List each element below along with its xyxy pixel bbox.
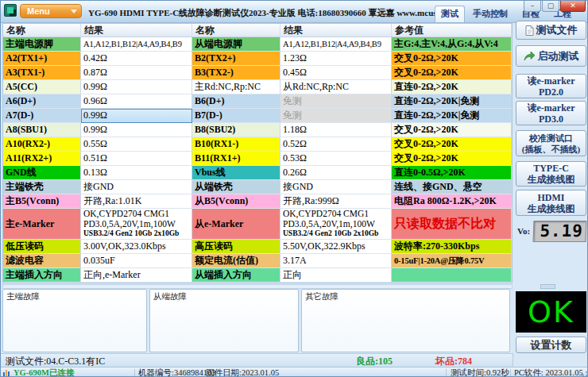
table-cell[interactable]: 从Rd:NC,Rp:NC	[280, 80, 392, 94]
table-cell[interactable]: 主B5(Vconn)	[3, 194, 81, 209]
table-cell[interactable]: 直连0-0.5Ω,>20K	[392, 166, 512, 180]
cell-line: OK,CYPD2704 CMG1	[83, 209, 191, 219]
table-cell[interactable]: 0-15uF|1-20A@压降0.75V	[392, 254, 512, 268]
scrollbar-thumb[interactable]	[540, 284, 555, 289]
table-cell[interactable]: 0.99Ω	[81, 123, 192, 137]
table-cell[interactable]: 0.42Ω	[81, 52, 192, 66]
minimize-button[interactable]: –	[524, 1, 541, 12]
table-cell[interactable]: 从端铁壳	[192, 180, 280, 194]
table-cell[interactable]: 免测	[280, 109, 392, 123]
table-cell[interactable]: 0.99Ω	[81, 80, 192, 94]
table-cell[interactable]: A1,A12,B1,B12|A4,A9,B4,B9	[81, 37, 192, 52]
table-cell[interactable]: 5.50V,OK,322.9Kbps	[280, 240, 392, 254]
table-cell[interactable]: B11(RX1+)	[192, 152, 280, 166]
read-emarker-pd2-button[interactable]: 读e-markerPD2.0	[516, 74, 586, 98]
table-cell[interactable]: 主端电源脚	[3, 37, 81, 52]
table-cell[interactable]: 直连0-2Ω,>20K|免测	[392, 94, 512, 109]
table-cell[interactable]: 波特率:270-330Kbps	[392, 240, 512, 254]
start-test-button[interactable]: 启动测试	[516, 45, 586, 67]
table-cell[interactable]: 开路,Ra:999Ω	[280, 194, 392, 209]
close-button[interactable]: ✕	[560, 1, 586, 12]
table-cell[interactable]: 接GND	[280, 180, 392, 194]
table-cell[interactable]: 3.17A	[280, 254, 392, 268]
table-cell[interactable]: 0.26Ω	[280, 166, 392, 180]
table-cell[interactable]: 交叉0-2Ω,>20K	[392, 123, 512, 137]
table-cell[interactable]	[392, 268, 512, 283]
table-cell[interactable]: 免测	[280, 94, 392, 109]
table-cell[interactable]: OK,CYPD2704 CMG1PD3.0,5A,20V,1m,100WUSB3…	[81, 209, 192, 240]
table-cell[interactable]: 主e-Marker	[3, 209, 81, 240]
table-cell[interactable]: 额定电流(估值)	[192, 254, 280, 268]
cell-line: PD3.0,5A,20V,1m,100W	[283, 219, 391, 229]
tab-1[interactable]: 测试	[435, 6, 465, 22]
table-cell[interactable]: 1.23Ω	[280, 52, 392, 66]
table-row: GND线0.13ΩVbus线0.26Ω直连0-0.5Ω,>20K	[3, 166, 512, 180]
table-cell[interactable]: 主端插入方向	[3, 268, 81, 283]
table-cell[interactable]: 开路,Ra:1.01K	[81, 194, 192, 209]
table-cell[interactable]: 只读取数据不比对	[392, 209, 512, 240]
calibrate-port-button[interactable]: 校准测试口(插板、不插线)	[516, 130, 586, 156]
table-cell[interactable]: 0.45Ω	[280, 66, 392, 80]
table-cell[interactable]: 电阻Ra 800Ω-1.2K,>20K	[392, 194, 512, 209]
table-cell[interactable]: B2(TX2+)	[192, 52, 280, 66]
table-cell[interactable]: A6(D+)	[3, 94, 81, 109]
set-count-button[interactable]: 设置计数	[516, 337, 586, 353]
table-cell[interactable]: GND线	[3, 166, 81, 180]
table-cell[interactable]: B8(SBU2)	[192, 123, 280, 137]
table-cell[interactable]: A10(RX2-)	[3, 137, 81, 152]
table-cell[interactable]: 主Rd:NC,Rp:NC	[192, 80, 280, 94]
table-cell[interactable]: 0.96Ω	[81, 94, 192, 109]
table-cell[interactable]: 主端铁壳	[3, 180, 81, 194]
table-cell[interactable]: A3(TX1-)	[3, 66, 81, 80]
table-cell[interactable]: 低压读码	[3, 240, 81, 254]
table-cell[interactable]: A8(SBU1)	[3, 123, 81, 137]
table-cell[interactable]: 交叉0-2Ω,>20K	[392, 152, 512, 166]
table-cell[interactable]: 直连0-2Ω,>20K|免测	[392, 109, 512, 123]
table-cell[interactable]: 0.99Ω	[81, 109, 192, 123]
table-cell[interactable]: 1.18Ω	[280, 123, 392, 137]
table-cell[interactable]: Vbus线	[192, 166, 280, 180]
test-file-button[interactable]: 测试文件	[516, 21, 586, 40]
table-cell[interactable]: A1,A12,B1,B12|A4,A9,B4,B9	[280, 37, 392, 52]
table-cell[interactable]: 0.87Ω	[81, 66, 192, 80]
table-cell[interactable]: 0.53Ω	[280, 152, 392, 166]
table-cell[interactable]: 从e-Marker	[192, 209, 280, 240]
table-cell[interactable]: A7(D-)	[3, 109, 81, 123]
table-cell[interactable]: 0.55Ω	[81, 137, 192, 152]
table-cell[interactable]: 从端插入方向	[192, 268, 280, 283]
other-fault-label: 其它故障	[305, 292, 338, 301]
table-cell[interactable]: 从B5(Vconn)	[192, 194, 280, 209]
table-cell[interactable]: OK,CYPD2704 CMG1PD3.0,5A,20V,1m,100WUSB3…	[280, 209, 392, 240]
table-cell[interactable]: B3(TX2-)	[192, 66, 280, 80]
table-cell[interactable]: A11(RX2+)	[3, 152, 81, 166]
resize-grip[interactable]	[580, 369, 588, 377]
table-cell[interactable]: 0.51Ω	[81, 152, 192, 166]
table-cell[interactable]: 0.13Ω	[81, 166, 192, 180]
table-cell[interactable]: B6(D+)	[192, 94, 280, 109]
table-cell[interactable]: A5(CC)	[3, 80, 81, 94]
table-cell[interactable]: 3.00V,OK,323.0Kbps	[81, 240, 192, 254]
table-cell[interactable]: A2(TX1+)	[3, 52, 81, 66]
table-cell[interactable]: 直连0-2Ω,>20K	[392, 80, 512, 94]
table-cell[interactable]: 连线、接GND、悬空	[392, 180, 512, 194]
hdmi-wiring-button[interactable]: HDMI生成接线图	[516, 190, 586, 216]
table-cell[interactable]: 交叉0-2Ω,>20K	[392, 66, 512, 80]
menu-button[interactable]: Menu	[20, 4, 82, 18]
table-cell[interactable]: 交叉0-2Ω,>20K	[392, 137, 512, 152]
table-cell[interactable]: B7(D-)	[192, 109, 280, 123]
table-cell[interactable]: 接GND	[81, 180, 192, 194]
table-cell[interactable]: 主G:4,主V:4,从G:4,从V:4	[392, 37, 512, 52]
table-cell[interactable]: 正向,e-Marker	[81, 268, 192, 283]
tab-2[interactable]: 手动控制	[466, 6, 514, 22]
maximize-button[interactable]: ▢	[542, 1, 559, 12]
table-cell[interactable]: B10(RX1-)	[192, 137, 280, 152]
typec-wiring-button[interactable]: TYPE-C生成接线图	[516, 161, 586, 187]
table-cell[interactable]: 交叉0-2Ω,>20K	[392, 52, 512, 66]
table-cell[interactable]: 高压读码	[192, 240, 280, 254]
table-cell[interactable]: 0.52Ω	[280, 137, 392, 152]
table-cell[interactable]: 从端电源脚	[192, 37, 280, 52]
read-emarker-pd3-button[interactable]: 读e-markerPD3.0	[516, 101, 586, 125]
table-cell[interactable]: 滤波电容	[3, 254, 81, 268]
table-cell[interactable]: 0.035uF	[81, 254, 192, 268]
table-cell[interactable]: 正向	[280, 268, 392, 283]
